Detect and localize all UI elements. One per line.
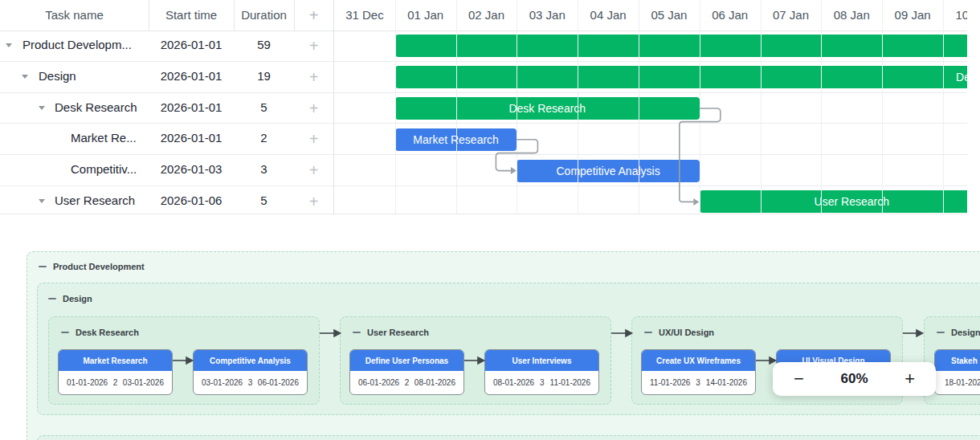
add-subtask-button[interactable]: + [294, 124, 333, 155]
collapse-caret-icon[interactable] [22, 75, 28, 79]
diagram-group-development-clipped[interactable] [37, 435, 980, 440]
gantt-bar-product-development[interactable] [395, 35, 967, 57]
add-subtask-button[interactable]: + [294, 155, 333, 186]
row-border [0, 61, 967, 62]
timeline-date-label: 03 Jan [517, 0, 578, 31]
gantt-bar-desk-research[interactable]: Desk Research [395, 97, 700, 120]
app-window: Task name Start time Duration + Product … [0, 0, 980, 440]
zoom-level-value: 60% [840, 371, 868, 387]
task-start: 2026-01-01 [149, 100, 234, 114]
timeline-date-label: 01 Jan [395, 0, 456, 31]
task-name: Product Developm... [22, 38, 132, 51]
header-separator [149, 0, 149, 31]
day-gridline [395, 0, 396, 214]
timeline-date-label: 07 Jan [761, 0, 822, 31]
timeline-date-label: 02 Jan [456, 0, 517, 31]
diagram-group-label: Product Development [39, 262, 145, 271]
add-column-button[interactable]: + [294, 0, 333, 31]
header-separator [294, 0, 295, 31]
node-title: Market Research [59, 350, 172, 371]
node-start-date: 06-01-2026 [358, 378, 399, 387]
day-gridline [761, 0, 762, 214]
diagram-node-define-user-personas[interactable]: Define User Personas 06-01-2026 2 08-01-… [349, 349, 464, 395]
node-duration: 3 [540, 378, 545, 387]
collapse-minus-icon[interactable] [61, 332, 69, 333]
diagram-node-user-interviews[interactable]: User Interviews 08-01-2026 3 11-01-2026 [484, 349, 599, 395]
gantt-section: Task name Start time Duration + Product … [0, 0, 967, 214]
day-gridline [639, 0, 639, 214]
table-row[interactable]: Competitiv... 2026-01-03 3 + [0, 155, 967, 186]
timeline-date-label: 04 Jan [578, 0, 639, 31]
node-end-date: 14-01-2026 [706, 378, 747, 387]
group-label-text: Desk Research [76, 328, 139, 337]
diagram-group-label: Desk Research [61, 328, 139, 337]
diagram-group-label: Design [48, 294, 92, 304]
timeline-date-label: 09 Jan [882, 0, 943, 31]
node-start-date: 01-01-2026 [67, 378, 108, 387]
day-gridline [821, 0, 822, 214]
timeline-date-label: 08 Jan [821, 0, 882, 31]
collapse-minus-icon[interactable] [39, 266, 47, 267]
task-start: 2026-01-06 [149, 194, 234, 207]
row-border [0, 123, 967, 124]
group-label-text: UX/UI Design [659, 328, 714, 337]
bar-label: Desk Research [508, 102, 586, 115]
diagram-group-label: Design R [937, 328, 980, 337]
diagram-node-stakeholder-clipped[interactable]: Stakeh 18-01-2026 [934, 349, 980, 395]
task-name: User Research [55, 194, 135, 207]
column-header-task-name: Task name [0, 0, 149, 31]
day-gridline [700, 0, 700, 214]
task-start: 2026-01-01 [149, 38, 234, 51]
collapse-minus-icon[interactable] [644, 332, 652, 333]
day-gridline [517, 0, 517, 214]
column-header-start-time: Start time [149, 0, 234, 31]
node-duration: 3 [248, 378, 253, 387]
timeline-date-label: 05 Jan [639, 0, 700, 31]
add-subtask-button[interactable]: + [294, 93, 333, 124]
gantt-bar-user-research[interactable]: User Research [700, 190, 967, 213]
task-start: 2026-01-01 [149, 69, 234, 83]
add-subtask-button[interactable]: + [294, 186, 333, 214]
diagram-node-market-research[interactable]: Market Research 01-01-2026 2 03-01-2026 [58, 349, 173, 395]
node-title: User Interviews [485, 350, 598, 371]
bar-label: Competitive Analysis [557, 165, 660, 177]
zoom-in-button[interactable]: + [904, 370, 915, 388]
zoom-out-button[interactable]: − [794, 370, 804, 388]
add-subtask-button[interactable]: + [294, 31, 333, 62]
node-start-date: 03-01-2026 [202, 378, 243, 387]
task-duration: 5 [234, 100, 294, 114]
group-label-text: User Research [367, 328, 429, 337]
gantt-bar-design[interactable]: Design [395, 66, 967, 88]
node-end-date: 11-01-2026 [550, 378, 590, 387]
diagram-node-competitive-analysis[interactable]: Competitive Analysis 03-01-2026 3 06-01-… [193, 349, 308, 395]
header-separator [234, 0, 235, 31]
day-gridline [578, 0, 578, 214]
node-start-date: 08-01-2026 [493, 378, 534, 387]
task-name: Desk Research [55, 100, 137, 114]
collapse-caret-icon[interactable] [39, 199, 45, 203]
task-name: Competitiv... [71, 162, 137, 176]
gantt-bar-competitive-analysis[interactable]: Competitive Analysis [517, 160, 699, 182]
collapse-caret-icon[interactable] [39, 106, 45, 110]
task-name: Design [39, 69, 76, 83]
node-title: Create UX Wireframes [642, 350, 755, 371]
collapse-caret-icon[interactable] [6, 43, 12, 47]
zoom-control: − 60% + [773, 362, 936, 396]
task-duration: 19 [234, 69, 294, 83]
node-start-date: 18-01-2026 [945, 378, 980, 387]
diagram-node-create-ux-wireframes[interactable]: Create UX Wireframes 11-01-2026 3 14-01-… [641, 349, 756, 395]
node-duration: 2 [113, 378, 118, 387]
bar-label: Design [956, 71, 967, 84]
add-subtask-button[interactable]: + [294, 62, 333, 93]
day-gridline [882, 0, 883, 214]
collapse-minus-icon[interactable] [353, 332, 361, 333]
task-start: 2026-01-01 [149, 131, 234, 145]
task-duration: 5 [234, 194, 294, 207]
node-title: Competitive Analysis [194, 350, 307, 371]
column-header-duration: Duration [234, 0, 294, 31]
node-duration: 2 [405, 378, 410, 387]
task-duration: 59 [234, 38, 294, 51]
collapse-minus-icon[interactable] [48, 298, 56, 299]
day-gridline [456, 0, 457, 214]
collapse-minus-icon[interactable] [937, 332, 945, 333]
